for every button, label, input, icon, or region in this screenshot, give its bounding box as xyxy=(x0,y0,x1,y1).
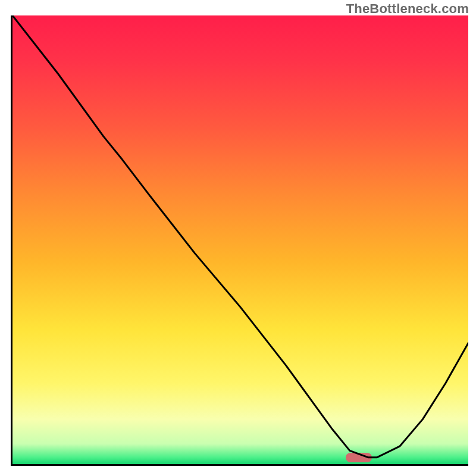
plot-area xyxy=(11,15,468,466)
watermark-text: TheBottleneck.com xyxy=(346,1,469,17)
chart-container: TheBottleneck.com xyxy=(0,0,476,476)
bottleneck-curve xyxy=(12,15,468,464)
